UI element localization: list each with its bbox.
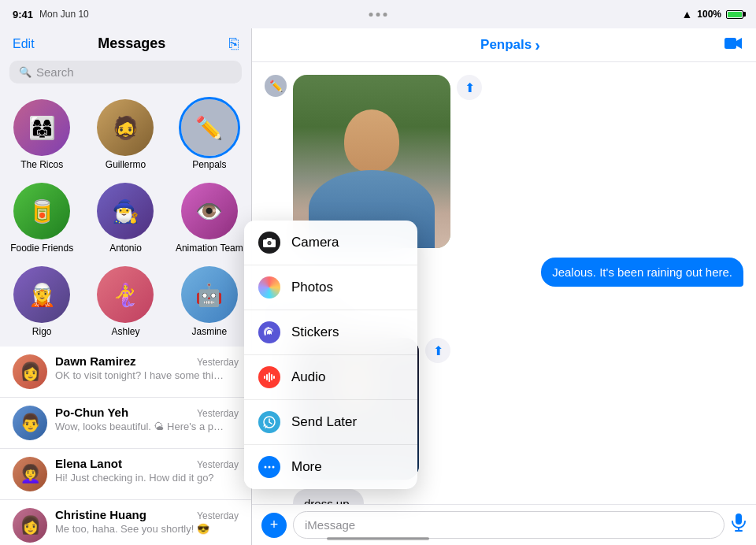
attachment-button[interactable]: + [261,513,287,538]
pinned-contact-foodie[interactable]: 🥫 Foodie Friends [0,176,83,260]
mic-button[interactable] [731,513,747,536]
context-item-sendlater[interactable]: Send Later [244,400,417,445]
pinned-name-ricos: The Ricos [20,159,63,170]
pinned-name-foodie: Foodie Friends [10,243,73,254]
status-time: 9:41 [13,9,33,20]
pinned-avatar-animation: 👁️ [181,183,238,239]
chat-title-chevron: › [535,36,540,54]
conv-time-elena: Yesterday [197,459,239,470]
pinned-contact-ricos[interactable]: 👩‍👩‍👧 The Ricos [0,93,83,176]
imessage-input[interactable]: iMessage [293,511,724,539]
pinned-avatar-ashley: 🧜‍♀️ [97,266,154,323]
conv-time-pochun: Yesterday [197,408,239,419]
pinned-contacts: 👩‍👩‍👧 The Ricos 🧔 Guillermo ✏️ Penpals 🥫 [0,90,251,347]
compose-button[interactable]: ⎘ [229,35,239,53]
pinned-name-jasmine: Jasmine [191,326,227,337]
pinned-name-penpals: Penpals [192,159,226,170]
conv-item-elena[interactable]: 👩‍🦱 Elena Lanot Yesterday Hi! Just check… [0,449,251,500]
conv-preview-pochun: Wow, looks beautiful. 🌤 Here's a photo o… [55,421,228,432]
pinned-name-antonio: Antonio [109,243,142,254]
sender-avatar-penpals: ✏️ [265,75,287,97]
pinned-name-guillermo: Guillermo [106,159,146,170]
conv-name-christine: Christine Huang [55,508,146,521]
conv-name-elena: Elena Lanot [55,457,122,470]
conv-content-pochun: Po-Chun Yeh Yesterday Wow, looks beautif… [55,406,239,432]
pinned-contact-jasmine[interactable]: 🤖 Jasmine [168,260,251,343]
camera-icon [258,232,280,254]
svg-point-12 [265,466,267,469]
conv-time-dawn: Yesterday [197,357,239,368]
search-icon: 🔍 [19,66,32,78]
conv-avatar-elena: 👩‍🦱 [13,457,47,491]
status-bar: 9:41 Mon Jun 10 ▲ 100% [0,0,756,28]
pinned-name-ashley: Ashley [111,326,139,337]
pinned-avatar-foodie: 🥫 [13,183,70,239]
battery-icon [726,10,743,19]
pinned-contact-animation[interactable]: 👁️ Animation Team [168,176,251,260]
msg-text-dress: dress up. [293,489,364,504]
context-label-more: More [291,459,322,475]
pinned-contact-guillermo[interactable]: 🧔 Guillermo [83,93,167,176]
edit-button[interactable]: Edit [13,37,35,51]
pinned-contact-ashley[interactable]: 🧜‍♀️ Ashley [83,260,167,343]
video-call-button[interactable] [724,35,743,55]
sidebar-title: Messages [98,35,165,52]
pinned-name-rigo: Rigo [32,326,52,337]
conv-name-dawn: Dawn Ramirez [55,354,136,368]
msg-bubble-outgoing1: Jealous. It's been raining out here. [541,258,743,287]
photos-icon [258,276,280,298]
conv-avatar-dawn: 👩 [13,354,47,389]
conversation-list: 👩 Dawn Ramirez Yesterday OK to visit ton… [0,347,251,545]
conv-content-christine: Christine Huang Yesterday Me too, haha. … [55,508,239,535]
conv-avatar-pochun: 👨 [13,406,47,440]
context-menu: Camera Photos Stickers Audio [244,221,417,489]
context-label-photos: Photos [291,280,333,295]
status-date: Mon Jun 10 [39,9,89,20]
pinned-contact-penpals[interactable]: ✏️ Penpals [168,93,251,176]
conv-item-christine[interactable]: 👩 Christine Huang Yesterday Me too, haha… [0,500,251,545]
conv-avatar-christine: 👩 [13,508,47,543]
sendlater-icon [258,411,280,433]
chat-header: Penpals › [252,28,756,62]
conv-preview-christine: Me too, haha. See you shortly! 😎 [55,523,228,535]
svg-rect-6 [264,376,265,379]
context-item-photos[interactable]: Photos [244,265,417,310]
home-indicator [327,537,429,540]
conv-item-dawn[interactable]: 👩 Dawn Ramirez Yesterday OK to visit ton… [0,347,251,398]
context-label-stickers: Stickers [291,324,339,340]
pinned-name-animation: Animation Team [176,243,243,254]
pinned-contact-antonio[interactable]: 🧙‍♂️ Antonio [83,176,167,260]
context-item-audio[interactable]: Audio [244,355,417,400]
conv-content-elena: Elena Lanot Yesterday Hi! Just checking … [55,457,239,484]
share-button-photo2[interactable]: ⬆ [425,338,450,363]
svg-point-5 [268,242,271,245]
context-label-sendlater: Send Later [291,414,357,430]
context-label-audio: Audio [291,369,325,385]
pinned-avatar-guillermo: 🧔 [97,99,154,156]
status-dots [369,13,387,17]
conv-item-pochun[interactable]: 👨 Po-Chun Yeh Yesterday Wow, looks beaut… [0,398,251,449]
svg-rect-7 [266,374,268,380]
conv-preview-dawn: OK to visit tonight? I have some things … [55,369,228,381]
more-icon [258,456,280,478]
search-placeholder: Search [36,65,74,79]
share-button-photo1[interactable]: ⬆ [457,75,482,100]
pinned-avatar-antonio: 🧙‍♂️ [97,183,154,239]
sidebar-header: Edit Messages ⎘ [0,28,251,57]
chat-title[interactable]: Penpals › [480,36,540,54]
audio-icon [258,366,280,388]
pinned-contact-rigo[interactable]: 🧝 Rigo [0,260,83,343]
imessage-placeholder: iMessage [305,518,355,532]
svg-point-13 [269,466,271,469]
conv-name-pochun: Po-Chun Yeh [55,406,128,419]
conv-time-christine: Yesterday [197,510,239,521]
msg-row-incoming2: dress up. [293,489,743,504]
svg-rect-10 [273,376,275,379]
search-bar[interactable]: 🔍 Search [9,61,242,83]
context-item-camera[interactable]: Camera [244,221,417,265]
context-item-more[interactable]: More [244,445,417,489]
context-item-stickers[interactable]: Stickers [244,310,417,355]
svg-rect-9 [271,374,272,380]
pinned-avatar-jasmine: 🤖 [181,266,238,323]
sidebar: Edit Messages ⎘ 🔍 Search 👩‍👩‍👧 The Ricos… [0,28,252,545]
